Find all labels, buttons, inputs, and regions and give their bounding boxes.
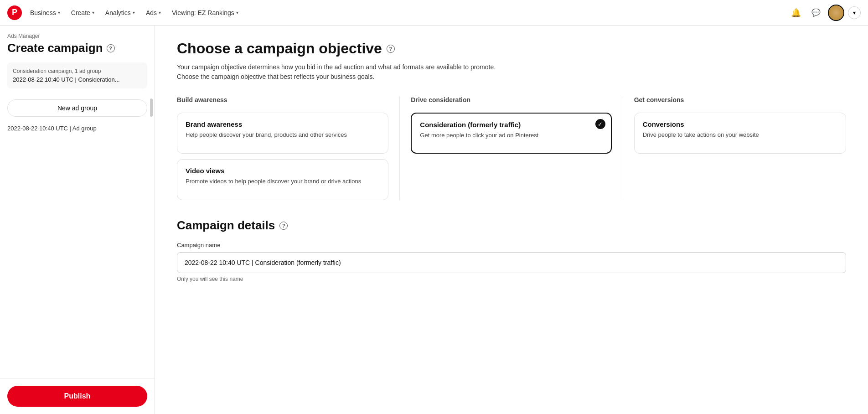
card-conversions-desc: Drive people to take actions on your web… [643,131,837,139]
campaign-meta: Consideration campaign, 1 ad group [13,68,142,74]
subtitle: Your campaign objective determines how y… [177,62,846,82]
card-consideration-desc: Get more people to click your ad on Pint… [420,131,602,140]
objectives-section: Build awareness Brand awareness Help peo… [177,96,846,200]
campaign-details-section: Campaign details ? Campaign name Only yo… [177,218,846,282]
sidebar-title-text: Create campaign [7,41,103,55]
column-header-build-awareness: Build awareness [177,96,388,107]
sidebar-help-icon[interactable]: ? [107,44,115,52]
viewing-chevron: ▾ [236,10,238,15]
analytics-chevron: ▾ [133,10,135,15]
expand-button[interactable]: ▾ [848,6,861,19]
campaign-details-title: Campaign details ? [177,218,846,233]
campaign-name-input[interactable] [177,252,846,273]
ads-chevron: ▾ [159,10,161,15]
awareness-cards: Brand awareness Help people discover you… [177,113,388,200]
avatar-image [829,5,843,20]
nav-item-ads[interactable]: Ads ▾ [141,6,165,19]
nav-right: 🔔 💬 ▾ [788,5,861,21]
sidebar-footer: Publish [0,378,155,414]
card-video-views-title: Video views [186,167,380,175]
column-drive-consideration: Drive consideration ✓ Consideration (for… [400,96,623,200]
card-conversions-title: Conversions [643,120,837,128]
page-title: Choose a campaign objective ? [177,40,846,57]
top-nav: P Business ▾ Create ▾ Analytics ▾ Ads ▾ … [0,0,868,26]
create-label: Create [71,9,90,16]
card-conversions[interactable]: Conversions Drive people to take actions… [634,113,846,154]
campaign-name-hint: Only you will see this name [177,276,846,282]
analytics-label: Analytics [105,9,131,16]
nav-item-business[interactable]: Business ▾ [26,6,65,19]
objectives-grid: Build awareness Brand awareness Help peo… [177,96,846,200]
viewing-label: Viewing: EZ Rankings [172,9,234,16]
nav-item-viewing[interactable]: Viewing: EZ Rankings ▾ [167,6,243,19]
sidebar-title: Create campaign ? [7,41,147,55]
publish-button[interactable]: Publish [7,386,147,407]
consideration-cards: ✓ Consideration (formerly traffic) Get m… [411,113,611,154]
column-header-drive-consideration: Drive consideration [411,96,611,107]
notifications-button[interactable]: 🔔 [788,5,804,21]
ad-group-item: 2022-08-22 10:40 UTC | Ad group [7,122,147,135]
campaign-name-label: Campaign name [177,242,846,248]
column-get-conversions: Get conversions Conversions Drive people… [623,96,846,200]
campaign-details-title-text: Campaign details [177,218,275,233]
card-brand-awareness-title: Brand awareness [186,120,380,128]
ads-label: Ads [146,9,157,16]
nav-item-create[interactable]: Create ▾ [67,6,99,19]
campaign-summary: Consideration campaign, 1 ad group 2022-… [7,62,147,88]
user-avatar[interactable] [828,5,844,21]
pinterest-logo[interactable]: P [7,5,22,20]
main-content: Choose a campaign objective ? Your campa… [155,26,868,414]
card-brand-awareness[interactable]: Brand awareness Help people discover you… [177,113,388,154]
card-consideration-title: Consideration (formerly traffic) [420,121,602,129]
card-video-views-desc: Promote videos to help people discover y… [186,177,380,186]
subtitle-line2: Choose the campaign objective that best … [177,73,374,80]
sidebar-scrollbar[interactable] [150,98,153,117]
card-video-views[interactable]: Video views Promote videos to help peopl… [177,159,388,200]
nav-item-analytics[interactable]: Analytics ▾ [101,6,140,19]
card-brand-awareness-desc: Help people discover your brand, product… [186,131,380,139]
sidebar-scroll: Ads Manager Create campaign ? Considerat… [0,26,155,378]
campaign-details-help-icon[interactable]: ? [279,222,288,230]
sidebar-breadcrumb: Ads Manager [7,33,147,39]
campaign-date: 2022-08-22 10:40 UTC | Consideration... [13,76,142,83]
messages-button[interactable]: 💬 [808,5,824,21]
card-consideration[interactable]: ✓ Consideration (formerly traffic) Get m… [411,113,611,154]
subtitle-line1: Your campaign objective determines how y… [177,63,496,71]
conversions-cards: Conversions Drive people to take actions… [634,113,846,154]
business-label: Business [30,9,56,16]
selected-check-icon: ✓ [595,119,605,129]
nav-items: Business ▾ Create ▾ Analytics ▾ Ads ▾ Vi… [26,6,788,19]
column-build-awareness: Build awareness Brand awareness Help peo… [177,96,400,200]
column-header-get-conversions: Get conversions [634,96,846,107]
create-chevron: ▾ [92,10,94,15]
page-title-text: Choose a campaign objective [177,40,382,57]
business-chevron: ▾ [58,10,60,15]
page-help-icon[interactable]: ? [387,45,395,53]
main-layout: Ads Manager Create campaign ? Considerat… [0,26,868,414]
sidebar: Ads Manager Create campaign ? Considerat… [0,26,155,414]
new-ad-group-button[interactable]: New ad group [7,99,147,117]
